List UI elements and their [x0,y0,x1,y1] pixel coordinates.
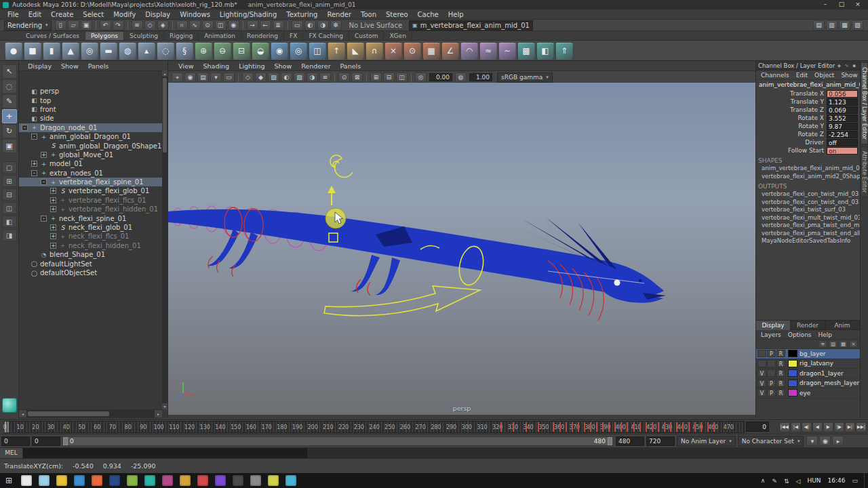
paint-select-tool[interactable]: ✎ [2,94,17,108]
target-weld-icon[interactable]: ⊙ [403,42,421,60]
keyframe-tick[interactable] [639,422,641,432]
auto-keyframe-icon[interactable]: ◉ [819,436,831,446]
layout-hypershade-persp[interactable]: ◨ [2,229,17,241]
output-node-vertebrae-flexi-mult-twist-mid-03[interactable]: vertebrae_flexi_mult_twist_mid_03 [756,214,860,222]
menu-select[interactable]: Select [78,11,108,18]
shelf-tab-curves-surfaces[interactable]: Curves / Surfaces [20,32,85,40]
image-viewer-icon[interactable] [162,475,173,486]
channel-rotate-x[interactable]: Rotate X3.552 [756,114,860,122]
channel-speed-icon[interactable]: ∿ [843,63,850,68]
layout-outliner-persp[interactable]: ◧ [2,216,17,228]
output-node-vertebrae-flexi-twist-surf-03[interactable]: vertebrae_flexi_twist_surf_03 [756,206,860,214]
outliner-item-extra-nodes-01[interactable]: -+extra_nodes_01 [19,169,162,178]
layer-dragon-mesh-layer[interactable]: VPRdragon_mesh_layer [756,379,860,389]
layer-color-swatch[interactable] [788,380,797,387]
textured-icon[interactable]: ▨ [268,73,279,83]
shelf-tab-xgen[interactable]: XGen [384,32,412,40]
view-transform-dropdown[interactable]: sRGB gamma ▾ [497,73,553,83]
layer-editor-tab-display[interactable]: Display [756,321,791,330]
maya-icon[interactable] [144,475,155,486]
shelf-tab-rigging[interactable]: Rigging [164,32,199,40]
time-slider[interactable]: 0102030405060708090100110120130140150160… [4,421,745,433]
resolution-gate-icon[interactable]: ⊞ [370,73,382,83]
viewport-menu-panels[interactable]: Panels [336,62,366,70]
open-scene-icon[interactable]: ▱ [68,20,79,30]
range-slider[interactable]: 0 480 [62,436,613,446]
keyframe-tick[interactable] [578,422,579,432]
channel-value[interactable]: 0.056 [827,90,858,98]
poly-torus-icon[interactable]: ◎ [81,42,98,60]
layer-rig-latvany[interactable]: Rrig_latvany [756,359,860,369]
make-live-icon[interactable]: ◉ [228,20,239,30]
menu-render[interactable]: Render [322,11,356,18]
animation-start-field[interactable]: 0 [1,436,30,446]
outliner-item-model-01[interactable]: ++model_01 [19,159,162,168]
menu-toon[interactable]: Toon [356,11,381,18]
keyframe-tick[interactable] [664,422,665,432]
media-player-icon[interactable] [92,475,102,486]
poly-cube-icon[interactable]: ■ [24,42,41,60]
layer-display-type-toggle[interactable]: R [776,350,785,357]
outliner-item-neck-flexi-hidden-01[interactable]: ++neck_flexi_hidden_01 [19,241,162,250]
layer-dragon1-layer[interactable]: VRdragon1_layer [756,369,860,379]
notes-app-icon[interactable] [268,475,279,486]
exposure-icon[interactable]: ◎ [415,73,427,83]
current-frame-field[interactable]: 0 [746,422,769,432]
menu-texturing[interactable]: Texturing [281,11,322,18]
outliner-item-vertebrae-flexi-flcs-01[interactable]: ++vertebrae_flexi_flcs_01 [19,196,162,205]
outliner-item-neck-flexi-spine-01[interactable]: -+neck_flexi_spine_01 [19,214,162,222]
layer-color-swatch[interactable] [788,389,797,396]
layer-visibility-toggle[interactable]: V [757,389,766,396]
output-node-vertebrae-flexi-con-twist-end-03[interactable]: vertebrae_flexi_con_twist_end_03 [756,199,860,207]
move-tool[interactable]: + [2,109,17,123]
expand-icon[interactable]: + [50,188,56,194]
keyframe-tick[interactable] [513,422,514,432]
window-titlebar[interactable]: Autodesk Maya 2016: D:\Modell\Maya\proje… [0,0,868,9]
scrollbar-thumb[interactable] [28,411,109,416]
channel-value[interactable]: 3.552 [827,115,858,122]
go-to-end-button[interactable]: ▶▶| [856,422,867,432]
image-plane-icon[interactable]: ▭ [223,73,235,83]
layer-editor-tab-anim[interactable]: Anim [825,321,860,330]
ambient-occlusion-icon[interactable]: ◑ [307,73,318,83]
panel-tab-attribute-editor[interactable]: Attribute Editor [861,146,868,198]
scene-3d-view[interactable] [168,83,755,415]
keyframe-tick[interactable] [572,422,573,432]
terminal-icon[interactable] [233,475,243,486]
expand-icon[interactable]: + [50,243,56,249]
lock-camera-icon[interactable]: ◉ [184,73,196,83]
layer-playback-toggle[interactable] [767,369,776,377]
layer-editor-menu-help[interactable]: Help [815,331,836,338]
expand-icon[interactable]: + [50,224,56,230]
pen-icon[interactable]: ✎ [772,478,777,485]
layout-four-pane[interactable]: ⊞ [2,175,17,187]
save-scene-icon[interactable]: ▣ [81,20,92,30]
anim-layer-dropdown[interactable]: No Anim Layer ▾ [677,436,736,447]
show-desktop-button[interactable] [864,473,868,488]
layer-playback-toggle[interactable]: P [767,389,776,396]
poly-pyramid-icon[interactable]: ▴ [138,42,155,60]
bridge-icon[interactable]: ∩ [366,42,383,60]
viewport-menu-lighting[interactable]: Lighting [234,62,269,70]
outliner-item-vertebrae-flexi-glob-01[interactable]: +Svertebrae_flexi_glob_01 [19,186,162,195]
viewport-canvas[interactable]: persp [168,83,755,415]
render-current-frame-icon[interactable]: ◐ [304,20,316,30]
paint-effects-icon[interactable] [2,398,17,413]
layer-editor-tab-render[interactable]: Render [791,321,825,330]
keyframe-tick[interactable] [566,422,567,432]
keyframe-tick[interactable] [596,422,597,432]
wireframe-icon[interactable]: ◇ [242,73,254,83]
use-all-lights-icon[interactable]: ◐ [281,73,292,83]
menu-stereo[interactable]: Stereo [381,11,413,18]
keyframe-tick[interactable] [590,422,591,432]
multi-cut-icon[interactable]: × [384,42,402,60]
start-button[interactable]: ⊞ [0,473,18,488]
channel-box-menu-show[interactable]: Show [837,72,861,79]
layer-playback-toggle[interactable]: P [767,380,776,387]
keyframe-tick[interactable] [538,422,539,432]
output-node-vertebrae-flexi-con-twist-mid-03[interactable]: vertebrae_flexi_con_twist_mid_03 [756,190,860,199]
current-time-indicator[interactable] [5,422,9,432]
outliner-item-neck-flexi-glob-01[interactable]: +Sneck_flexi_glob_01 [19,223,162,232]
sculpt-icon[interactable]: ◠ [460,42,478,60]
task-view-icon[interactable] [39,475,50,486]
